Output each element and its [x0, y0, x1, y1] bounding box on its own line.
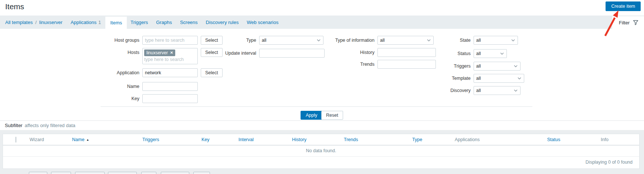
status-select[interactable]: all	[474, 49, 507, 58]
mass-action-button-3[interactable]	[75, 172, 105, 174]
history-label: History	[322, 48, 374, 55]
application-select-button[interactable]: Select	[201, 68, 223, 77]
subfilter-hint: affects only filtered data	[25, 123, 75, 128]
nav-tabbar: All templates / linuxserver Applications…	[0, 16, 644, 29]
name-input[interactable]	[142, 82, 198, 91]
trends-label: Trends	[322, 60, 374, 67]
type-label: Type	[204, 36, 256, 43]
mass-action-button-6[interactable]	[161, 172, 189, 174]
column-header-applications: Applications	[453, 134, 545, 145]
hosts-search-input[interactable]	[144, 57, 194, 62]
tab-items[interactable]: Items	[105, 17, 127, 29]
host-chip: linuxserver✕	[144, 50, 175, 56]
page-title: Items	[5, 2, 24, 11]
tab-triggers[interactable]: Triggers	[131, 20, 148, 25]
column-header-trends[interactable]: Trends	[342, 134, 410, 145]
column-header-type[interactable]: Type	[410, 134, 453, 145]
discovery-label: Discovery	[417, 86, 471, 93]
reset-button[interactable]: Reset	[321, 111, 343, 120]
column-header-status[interactable]: Status	[545, 134, 599, 145]
filter-row-key: Key	[88, 94, 198, 103]
key-input[interactable]	[142, 94, 198, 103]
items-table-widget: Wizard Name▲ Triggers Key Interval Histo…	[3, 134, 640, 169]
column-header-interval[interactable]: Interval	[236, 134, 290, 145]
remove-host-icon[interactable]: ✕	[170, 51, 173, 55]
breadcrumb-template-linuxserver[interactable]: linuxserver	[39, 20, 62, 25]
template-label: Template	[417, 74, 471, 81]
tab-discovery-rules[interactable]: Discovery rules	[206, 20, 239, 25]
tab-screens[interactable]: Screens	[180, 20, 198, 25]
filter-row-template: Template all	[417, 74, 524, 83]
status-label: Status	[417, 49, 471, 56]
chevron-down-icon	[514, 89, 518, 92]
filter-divider	[101, 106, 532, 107]
create-item-button[interactable]: Create item	[606, 1, 641, 11]
filter-row-discovery: Discovery all	[417, 86, 521, 95]
filter-row-name: Name	[88, 82, 198, 91]
chevron-down-icon	[511, 39, 515, 41]
name-label: Name	[88, 82, 139, 89]
template-select[interactable]: all	[474, 74, 524, 83]
applications-count-badge: 1	[98, 20, 101, 25]
host-chip-label: linuxserver	[146, 50, 168, 55]
subfilter-title: Subfilter	[5, 123, 23, 128]
filter-row-type: Type all	[204, 36, 323, 45]
chevron-down-icon	[514, 65, 518, 67]
application-label: Application	[88, 68, 139, 75]
tab-graphs[interactable]: Graphs	[156, 20, 172, 25]
filter-row-triggers: Triggers all	[417, 62, 521, 71]
sort-asc-icon: ▲	[86, 138, 89, 141]
update-interval-label: Update interval	[204, 49, 256, 56]
breadcrumb-separator: /	[35, 20, 37, 25]
breadcrumb-all-templates[interactable]: All templates	[5, 20, 33, 25]
triggers-select[interactable]: all	[474, 62, 521, 71]
empty-row: No data found.	[3, 145, 639, 156]
state-select[interactable]: all	[474, 36, 518, 45]
column-header-name[interactable]: Name▲	[70, 134, 140, 145]
subfilter-bar: Subfilter affects only filtered data	[0, 120, 644, 130]
key-label: Key	[88, 94, 139, 101]
tab-web-scenarios[interactable]: Web scenarios	[247, 20, 278, 25]
type-of-information-label: Type of information	[322, 36, 374, 43]
filter-row-update-interval: Update interval	[204, 49, 325, 58]
column-header-triggers[interactable]: Triggers	[140, 134, 199, 145]
filter-tab[interactable]: Filter	[612, 16, 644, 29]
mass-action-button-2[interactable]	[51, 172, 71, 174]
mass-action-button-1[interactable]	[29, 172, 47, 174]
chevron-down-icon	[518, 77, 521, 79]
filter-panel: Host groups Select Hosts linuxserver✕ Se…	[0, 29, 644, 120]
tab-applications[interactable]: Applications1	[71, 20, 101, 25]
apply-button[interactable]: Apply	[301, 111, 322, 120]
update-interval-input[interactable]	[259, 49, 325, 58]
host-groups-input[interactable]	[142, 36, 198, 45]
filter-tab-label: Filter	[619, 20, 630, 25]
filter-funnel-icon	[633, 20, 638, 25]
column-header-info: Info	[599, 134, 639, 145]
items-table: Wizard Name▲ Triggers Key Interval Histo…	[3, 134, 639, 157]
column-header-wizard: Wizard	[27, 134, 70, 145]
empty-table-message: No data found.	[3, 145, 639, 156]
mass-action-button-5[interactable]	[141, 172, 156, 174]
filter-row-application: Application Select	[88, 68, 223, 77]
type-select[interactable]: all	[259, 36, 323, 45]
discovery-select[interactable]: all	[474, 86, 521, 95]
column-header-history[interactable]: History	[290, 134, 342, 145]
select-all-checkbox[interactable]	[16, 137, 16, 143]
filter-row-state: State all	[417, 36, 518, 45]
filter-row-hosts: Hosts linuxserver✕ Select	[88, 48, 223, 64]
table-header-row: Wizard Name▲ Triggers Key Interval Histo…	[3, 134, 639, 145]
state-label: State	[417, 36, 471, 43]
mass-action-button-4[interactable]	[108, 172, 137, 174]
mass-action-button-7[interactable]	[193, 172, 210, 174]
filter-row-host-groups: Host groups Select	[88, 36, 223, 45]
column-header-key[interactable]: Key	[199, 134, 236, 145]
chevron-down-icon	[317, 39, 321, 41]
hosts-multiselect[interactable]: linuxserver✕	[142, 48, 198, 64]
top-bar: Items Create item	[0, 0, 644, 16]
host-groups-label: Host groups	[88, 36, 139, 43]
application-input[interactable]	[142, 68, 198, 77]
chevron-down-icon	[500, 52, 504, 55]
filter-row-status: Status all	[417, 49, 507, 58]
hosts-label: Hosts	[88, 48, 139, 55]
table-footer-count: Displaying 0 of 0 found	[3, 157, 639, 168]
